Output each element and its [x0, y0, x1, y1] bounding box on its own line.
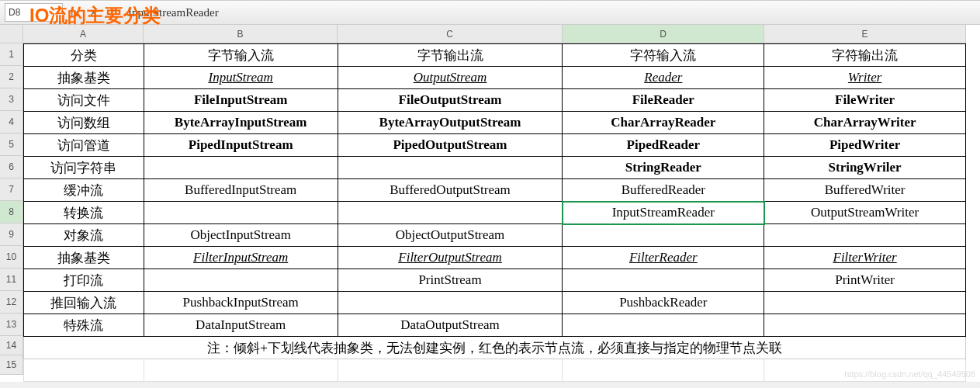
row-header[interactable]: 11 — [0, 268, 23, 291]
data-cell[interactable]: PipedInputStream — [144, 134, 338, 157]
data-cell[interactable]: InputStream — [144, 67, 338, 89]
row-header[interactable]: 14 — [0, 336, 23, 355]
data-cell[interactable]: BufferedWriter — [764, 179, 966, 202]
formula-bar-icons: fx ✕ ✓ — [68, 5, 119, 19]
watermark: https://blog.csdn.net/qq_44549508 — [844, 369, 975, 379]
row-label-cell[interactable]: 访问管道 — [24, 134, 144, 157]
column-header[interactable]: B — [144, 25, 338, 43]
formula-input[interactable]: InputStreamReader — [125, 5, 975, 21]
data-cell[interactable] — [338, 157, 563, 179]
data-cell[interactable]: BufferedOutputStream — [338, 179, 563, 202]
row-label-cell[interactable]: 打印流 — [24, 269, 144, 292]
row-header[interactable]: 7 — [0, 178, 23, 201]
data-cell[interactable]: ObjectOutputStream — [338, 224, 563, 247]
table-header-cell[interactable]: 字符输入流 — [563, 44, 764, 67]
data-cell[interactable]: DataOutputStream — [338, 314, 563, 337]
data-cell[interactable] — [764, 292, 966, 314]
data-cell[interactable] — [764, 224, 966, 247]
name-box[interactable]: D8 — [5, 3, 63, 22]
data-cell[interactable]: BufferedReader — [563, 179, 764, 202]
data-cell[interactable] — [144, 157, 338, 179]
data-cell[interactable]: OutputStreamWriter — [764, 202, 966, 224]
empty-cell[interactable] — [338, 359, 563, 382]
data-cell[interactable]: DataInputStream — [144, 314, 338, 337]
column-header[interactable]: D — [563, 25, 764, 43]
data-cell[interactable]: Reader — [563, 67, 764, 89]
row-label-cell[interactable]: 访问文件 — [24, 89, 144, 112]
row-label-cell[interactable]: 特殊流 — [24, 314, 144, 337]
data-cell[interactable] — [563, 314, 764, 337]
row-label-cell[interactable]: 转换流 — [24, 202, 144, 224]
note-cell[interactable]: 注：倾斜+下划线代表抽象类，无法创建实例，红色的表示节点流，必须直接与指定的物理… — [24, 337, 966, 359]
data-cell[interactable]: FileOutputStream — [338, 89, 563, 112]
data-cell[interactable]: PushbackInputStream — [144, 292, 338, 314]
data-cell[interactable]: StringReader — [563, 157, 764, 179]
row-header[interactable]: 12 — [0, 291, 23, 314]
data-cell[interactable]: PipedReader — [563, 134, 764, 157]
table-header-cell[interactable]: 字节输入流 — [144, 44, 338, 67]
row-header[interactable]: 4 — [0, 111, 23, 133]
data-cell[interactable]: FilterWriter — [764, 247, 966, 269]
data-cell[interactable]: PipedWriter — [764, 134, 966, 157]
data-cell[interactable]: CharArrayReader — [563, 112, 764, 134]
row-header[interactable]: 3 — [0, 88, 23, 111]
data-cell[interactable]: FileInputStream — [144, 89, 338, 112]
row-label-cell[interactable]: 访问数组 — [24, 112, 144, 134]
column-header[interactable]: A — [23, 25, 144, 43]
row-label-cell[interactable]: 抽象基类 — [24, 67, 144, 89]
table-header-cell[interactable]: 分类 — [24, 44, 144, 67]
data-cell[interactable]: InputStreamReader — [563, 202, 764, 224]
empty-cell[interactable] — [24, 359, 144, 382]
data-cell[interactable] — [144, 202, 338, 224]
data-cell[interactable]: PrintWriter — [764, 269, 966, 292]
row-header[interactable]: 5 — [0, 133, 23, 156]
data-cell[interactable]: PipedOutputStream — [338, 134, 563, 157]
cancel-icon[interactable]: ✕ — [86, 5, 100, 19]
row-header[interactable]: 10 — [0, 246, 23, 268]
accept-icon[interactable]: ✓ — [105, 5, 119, 19]
data-cell[interactable] — [338, 292, 563, 314]
data-cell[interactable]: OutputStream — [338, 67, 563, 89]
fx-icon[interactable]: fx — [68, 5, 81, 19]
data-cell[interactable] — [764, 314, 966, 337]
data-cell[interactable]: ObjectInputStream — [144, 224, 338, 247]
data-cell[interactable]: PrintStream — [338, 269, 563, 292]
data-cell[interactable]: FilterOutputStream — [338, 247, 563, 269]
empty-cell[interactable] — [563, 359, 764, 382]
row-label-cell[interactable]: 访问字符串 — [24, 157, 144, 179]
data-cell[interactable]: FileWriter — [764, 89, 966, 112]
data-cell[interactable]: BufferedInputStream — [144, 179, 338, 202]
data-cell[interactable] — [338, 202, 563, 224]
row-header[interactable]: 1 — [0, 43, 23, 66]
row-header[interactable]: 6 — [0, 156, 23, 178]
data-cell[interactable]: FileReader — [563, 89, 764, 112]
row-header[interactable]: 9 — [0, 223, 23, 246]
row-header[interactable]: 8 — [0, 201, 23, 223]
row-label-cell[interactable]: 缓冲流 — [24, 179, 144, 202]
data-cell[interactable]: CharArrayWriter — [764, 112, 966, 134]
row-label-cell[interactable]: 推回输入流 — [24, 292, 144, 314]
column-header[interactable]: C — [338, 25, 563, 43]
row-headers: 123456789101112131415 — [0, 25, 23, 382]
column-header[interactable]: E — [764, 25, 966, 43]
empty-cell[interactable] — [144, 359, 338, 382]
data-cell[interactable]: PushbackReader — [563, 292, 764, 314]
data-cell[interactable]: StringWriler — [764, 157, 966, 179]
row-header[interactable]: 15 — [0, 355, 23, 375]
row-label-cell[interactable]: 对象流 — [24, 224, 144, 247]
data-cell[interactable]: Writer — [764, 67, 966, 89]
sheet-table[interactable]: 分类字节输入流字节输出流字符输入流字符输出流抽象基类InputStreamOut… — [23, 43, 966, 382]
row-header[interactable]: 13 — [0, 314, 23, 336]
table-header-cell[interactable]: 字符输出流 — [764, 44, 966, 67]
data-cell[interactable]: ByteArrayOutputStream — [338, 112, 563, 134]
row-label-cell[interactable]: 抽象基类 — [24, 247, 144, 269]
row-header[interactable]: 2 — [0, 66, 23, 88]
table-header-cell[interactable]: 字节输出流 — [338, 44, 563, 67]
data-cell[interactable] — [144, 269, 338, 292]
select-all-corner[interactable] — [0, 25, 23, 43]
data-cell[interactable]: FilterInputStream — [144, 247, 338, 269]
data-cell[interactable] — [563, 224, 764, 247]
data-cell[interactable] — [563, 269, 764, 292]
data-cell[interactable]: ByteArrayInputStream — [144, 112, 338, 134]
data-cell[interactable]: FilterReader — [563, 247, 764, 269]
